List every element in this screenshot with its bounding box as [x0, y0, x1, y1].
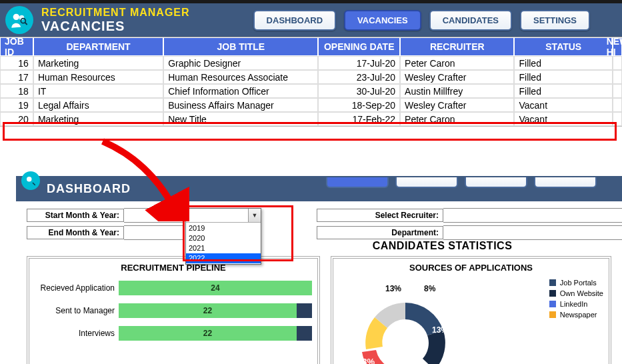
- nav-candidates[interactable]: CANDIDATES: [429, 10, 512, 31]
- year-dropdown[interactable]: ▼ 2019202020212022: [185, 208, 261, 265]
- bar-fill: 24: [119, 281, 312, 295]
- slice-label: 8%: [424, 284, 436, 293]
- legend-label: Own Website: [560, 289, 603, 297]
- year-option[interactable]: 2022: [186, 253, 261, 263]
- table-row[interactable]: 16MarketingGraphic Designer17-Jul-20Pete…: [0, 56, 622, 70]
- cell-recruiter: Austin Millfrey: [400, 84, 514, 98]
- nav-dashboard[interactable]: DASHBOARD: [253, 10, 337, 31]
- dash-nav-stub[interactable]: [465, 177, 527, 188]
- app-logo: [5, 6, 33, 34]
- year-option[interactable]: 2019: [186, 223, 261, 233]
- col-status: STATUS: [514, 37, 613, 56]
- svg-line-5: [33, 183, 35, 185]
- table-row[interactable]: 18ITChief Information Officer30-Jul-20Au…: [0, 84, 622, 98]
- nav-vacancies[interactable]: VACANCIES: [344, 10, 421, 31]
- legend-swatch: [549, 290, 556, 297]
- cell-job-id: 20: [0, 112, 33, 126]
- chevron-down-icon[interactable]: ▼: [248, 209, 261, 222]
- bar-value: 24: [211, 283, 219, 293]
- end-year-input[interactable]: [124, 225, 183, 240]
- table-body: 16MarketingGraphic Designer17-Jul-20Pete…: [0, 56, 622, 127]
- legend-swatch: [549, 279, 556, 286]
- cell-department: IT: [33, 84, 163, 98]
- page-title: VACANCIES: [41, 19, 190, 34]
- col-job-id: JOB ID: [0, 37, 33, 56]
- slice-label: 13%: [357, 357, 375, 364]
- dash-nav-stubs: [326, 177, 597, 188]
- cell-job-id: 18: [0, 84, 33, 98]
- year-dropdown-input[interactable]: [186, 209, 248, 222]
- cell-job-title: Chief Information Officer: [163, 84, 318, 98]
- cell-job-title: New Title: [163, 112, 318, 126]
- cell-department: Legal Affairs: [33, 98, 163, 112]
- nav-tabs: DASHBOARD VACANCIES CANDIDATES SETTINGS: [253, 10, 590, 31]
- cell-new-hire: [613, 98, 622, 112]
- year-option[interactable]: 2020: [186, 233, 261, 243]
- cell-opening-date: 17-Feb-22: [318, 112, 400, 126]
- bar-label: Sent to Manager: [35, 306, 119, 315]
- year-option[interactable]: 2021: [186, 243, 261, 253]
- bar-fill: 22: [119, 326, 297, 341]
- end-year-label: End Month & Year:: [27, 226, 124, 239]
- legend-label: Newspaper: [560, 311, 597, 319]
- bar-value: 22: [203, 306, 212, 315]
- cell-recruiter: Wesley Crafter: [400, 98, 514, 112]
- table-row[interactable]: 20MarketingNew Title17-Feb-22Peter Caron…: [0, 112, 622, 126]
- cell-department: Marketing: [33, 112, 163, 126]
- pipeline-panel: RECRUITMENT PIPELINE Recieved Applicatio…: [27, 256, 320, 364]
- svg-point-4: [27, 177, 32, 182]
- dash-nav-stub[interactable]: [534, 177, 597, 188]
- cell-new-hire: [613, 70, 622, 84]
- table-row[interactable]: 19Legal AffairsBusiness Affairs Manager1…: [0, 98, 622, 112]
- callout-arrow: [96, 135, 189, 221]
- cell-job-id: 19: [0, 98, 33, 112]
- pipeline-bar: Interviews22: [35, 326, 312, 341]
- cell-status: Filled: [514, 56, 613, 70]
- legend-swatch: [549, 301, 556, 307]
- cell-opening-date: 30-Jul-20: [318, 84, 400, 98]
- svg-line-3: [25, 23, 27, 25]
- col-opening-date: OPENING DATE: [318, 37, 400, 56]
- legend-item: Job Portals: [549, 279, 603, 287]
- slice-label: 13%: [432, 325, 448, 335]
- cell-new-hire: [613, 84, 622, 98]
- cell-job-title: Business Affairs Manager: [163, 98, 318, 112]
- recruiter-input[interactable]: [443, 208, 622, 223]
- legend-item: LinkedIn: [549, 300, 603, 308]
- dash-nav-stub[interactable]: [395, 177, 458, 188]
- header: RECRUITMENT MANAGER VACANCIES DASHBOARD …: [0, 3, 622, 37]
- donut-chart: 13% 8% 13% 13%: [345, 279, 465, 364]
- sources-legend: Job PortalsOwn WebsiteLinkedInNewspaper: [549, 276, 603, 321]
- cell-recruiter: Peter Caron: [400, 112, 514, 126]
- dash-nav-stub[interactable]: [326, 177, 389, 188]
- col-job-title: JOB TITLE: [163, 37, 318, 56]
- table-header: JOB ID DEPARTMENT JOB TITLE OPENING DATE…: [0, 37, 622, 56]
- bar-fill: 22: [119, 303, 297, 318]
- pipeline-bar: Sent to Manager22: [35, 303, 312, 318]
- cell-new-hire: [613, 56, 622, 70]
- pipeline-title: RECRUITMENT PIPELINE: [35, 263, 312, 273]
- sources-panel: SOURCES OF APPLICATIONS 13% 8% 13% 13%: [331, 256, 611, 364]
- cell-recruiter: Wesley Crafter: [400, 70, 514, 84]
- bar-label: Recieved Application: [35, 283, 119, 293]
- legend-label: LinkedIn: [560, 300, 588, 308]
- cell-status: Vacant: [514, 112, 613, 126]
- col-department: DEPARTMENT: [33, 37, 163, 56]
- table-row[interactable]: 17Human ResourcesHuman Resources Associa…: [0, 70, 622, 84]
- cell-status: Vacant: [514, 98, 613, 112]
- legend-item: Own Website: [549, 289, 603, 297]
- cell-opening-date: 18-Sep-20: [318, 98, 400, 112]
- bar-label: Interviews: [35, 329, 119, 338]
- legend-swatch: [549, 311, 556, 318]
- pipeline-bar: Recieved Application24: [35, 281, 312, 295]
- department-label: Department:: [317, 226, 443, 239]
- legend-label: Job Portals: [560, 279, 597, 287]
- sources-title: SOURCES OF APPLICATIONS: [339, 263, 603, 273]
- department-input[interactable]: [443, 225, 622, 240]
- col-new-hire: NEW HI: [613, 37, 622, 56]
- cell-status: Filled: [514, 84, 613, 98]
- slice-label: 13%: [385, 284, 401, 293]
- nav-settings[interactable]: SETTINGS: [520, 10, 590, 31]
- app-title: RECRUITMENT MANAGER: [41, 7, 190, 19]
- cell-recruiter: Peter Caron: [400, 56, 514, 70]
